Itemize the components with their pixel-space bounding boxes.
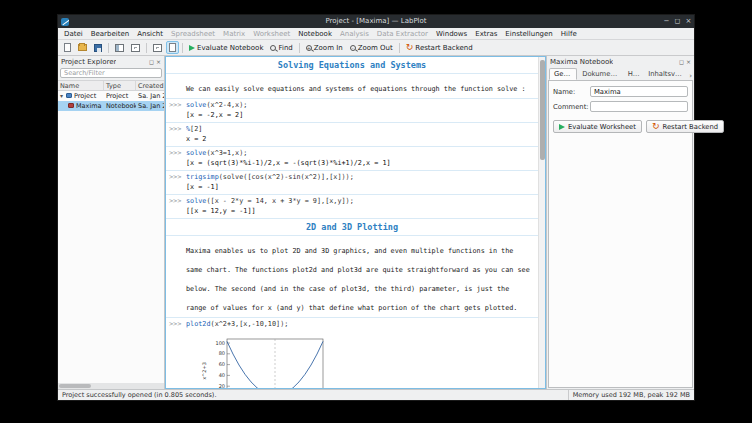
menu-spreadsheet: Spreadsheet <box>167 28 219 40</box>
cell-output: x = 2 <box>186 135 532 144</box>
worksheet-icon <box>153 44 162 52</box>
ytick: 20 <box>219 382 225 388</box>
menu-bearbeiten[interactable]: Bearbeiten <box>87 28 133 40</box>
screen: Project - [Maxima] — LabPlot − ◻ × Datei… <box>0 0 752 423</box>
maxima-notebook-icon <box>68 103 74 108</box>
notebook-cell-5[interactable]: >>> solve([x - 2*y = 14, x + 3*y = 9],[x… <box>166 195 538 219</box>
cell-prompt: >>> <box>169 101 181 109</box>
notebook-cell-2[interactable]: >>> %[2] x = 2 <box>166 123 538 147</box>
tree-item-label: Project <box>74 92 96 100</box>
vertical-scrollbar[interactable] <box>538 57 545 388</box>
tree-header[interactable]: Name Type Created <box>58 81 164 91</box>
notebook-text-block: Maxima enables us to plot 2D and 3D grap… <box>166 236 538 318</box>
code-args: (x^2+3,[x,-10,10]); <box>211 320 289 328</box>
comment-field[interactable] <box>590 101 688 112</box>
evaluate-worksheet-button[interactable]: Evaluate Worksheet <box>553 120 642 133</box>
cell-output: [x = -1] <box>186 183 532 192</box>
cell-output: [x = -2,x = 2] <box>186 111 532 120</box>
zoom-out-icon: - <box>350 45 356 51</box>
open-project-button[interactable] <box>75 41 90 54</box>
notebook-cell-3[interactable]: >>> solve(x^3=1,x); [x = (sqrt(3)*%i-1)/… <box>166 147 538 171</box>
minimize-button[interactable]: − <box>661 15 672 28</box>
menu-matrix: Matrix <box>219 28 249 40</box>
restart-backend-panel-button[interactable]: ↻ Restart Backend <box>646 120 724 133</box>
code-args: (solve([cos(x^2)-sin(x^2)],[x])); <box>219 173 354 181</box>
save-icon <box>94 44 102 52</box>
intro-colon: : <box>517 85 525 93</box>
column-name[interactable]: Name <box>58 81 104 90</box>
column-created[interactable]: Created <box>136 81 164 90</box>
tree-item-created: Sa. Jan 2 18: <box>136 91 164 101</box>
dock-close-icon[interactable]: × <box>156 58 161 66</box>
notebook-view: Solving Equations and Systems We can eas… <box>165 56 546 389</box>
code-args: ([x - 2*y = 14, x + 3*y = 9],[x,y]); <box>206 197 353 205</box>
menu-einstellungen[interactable]: Einstellungen <box>501 28 556 40</box>
properties-title: Maxima Notebook <box>550 58 613 66</box>
code-args: (x^2-4,x); <box>206 101 247 109</box>
search-input[interactable] <box>60 68 162 78</box>
tab-inhaltsverzeichnis[interactable]: Inhaltsverzeichnis <box>643 68 689 80</box>
window-title: Project - [Maxima] — LabPlot <box>58 15 694 28</box>
name-label: Name: <box>553 88 587 96</box>
dock-close-icon[interactable]: × <box>686 58 691 66</box>
close-button[interactable]: × <box>683 15 694 28</box>
tab-hilfe[interactable]: Hilfe <box>623 68 643 80</box>
play-icon <box>559 124 565 130</box>
save-project-button[interactable] <box>91 41 105 54</box>
menu-datei[interactable]: Datei <box>60 28 87 40</box>
titlebar[interactable]: Project - [Maxima] — LabPlot − ◻ × <box>58 15 694 28</box>
evaluate-notebook-button[interactable]: Evaluate Notebook <box>186 41 266 54</box>
name-field[interactable] <box>590 86 688 97</box>
new-worksheet-button[interactable] <box>150 41 165 54</box>
tab-general[interactable]: General <box>549 68 577 80</box>
menu-hilfe[interactable]: Hilfe <box>557 28 581 40</box>
intro-text: We can easily solve equations and system… <box>186 85 497 93</box>
new-document-icon <box>64 43 71 52</box>
project-explorer-title: Project Explorer <box>61 58 116 66</box>
maximize-button[interactable]: ◻ <box>672 15 683 28</box>
cell-prompt: >>> <box>169 197 181 205</box>
scrollbar-thumb[interactable] <box>540 60 545 160</box>
notebook-text-block: We can easily solve equations and system… <box>166 74 538 99</box>
tree-row-project[interactable]: ▾Project Project Sa. Jan 2 18: <box>58 91 164 101</box>
notebook-heading-1: Solving Equations and Systems <box>166 57 538 74</box>
restart-backend-button[interactable]: ↻ Restart Backend <box>403 41 476 54</box>
zoom-in-button[interactable]: + Zoom In <box>303 41 346 54</box>
code-function: solve <box>186 197 206 205</box>
column-type[interactable]: Type <box>104 81 136 90</box>
zoom-in-icon: + <box>306 45 312 51</box>
cell-prompt: >>> <box>169 173 181 181</box>
menu-ansicht[interactable]: Ansicht <box>133 28 167 40</box>
notebook-content[interactable]: Solving Equations and Systems We can eas… <box>166 57 538 388</box>
dock-float-icon[interactable]: ◻ <box>149 58 154 66</box>
notebook-cell-4[interactable]: >>> trigsimp(solve([cos(x^2)-sin(x^2)],[… <box>166 171 538 195</box>
notebook-cell-1[interactable]: >>> solve(x^2-4,x); [x = -2,x = 2] <box>166 99 538 123</box>
dock-float-icon[interactable]: ◻ <box>679 58 684 66</box>
tab-overflow-icon[interactable]: › <box>689 72 692 80</box>
menu-windows[interactable]: Windows <box>432 28 471 40</box>
scrollbar-thumb[interactable] <box>59 384 91 388</box>
memory-usage: Memory used 192 MB, peak 192 MB <box>568 390 694 400</box>
ytick: 40 <box>219 371 225 377</box>
horizontal-scrollbar[interactable] <box>58 383 164 389</box>
toggle-project-explorer-button[interactable] <box>112 41 127 54</box>
notebook-view-button[interactable] <box>166 41 179 54</box>
code-function: solve <box>186 149 206 157</box>
tab-dokumentation[interactable]: Dokumentation <box>577 68 623 80</box>
tree-item-created: Sa. Jan 2 1 <box>136 101 164 111</box>
toggle-properties-button[interactable] <box>128 41 143 54</box>
notebook-cell-plot1[interactable]: >>> plot2d(x^2+3,[x,-10,10]); <box>166 318 538 388</box>
tree-row-maxima[interactable]: Maxima Notebook Sa. Jan 2 1 <box>58 101 164 111</box>
properties-tabs: General Dokumentation Hilfe Inhaltsverze… <box>547 67 694 80</box>
menu-notebook[interactable]: Notebook <box>294 28 336 40</box>
find-button[interactable]: Find <box>267 41 295 54</box>
main-area: Project Explorer ◻ × Name Type Created ▾… <box>58 56 694 389</box>
menu-extras[interactable]: Extras <box>471 28 501 40</box>
zoom-out-label: Zoom Out <box>358 44 393 52</box>
new-project-button[interactable] <box>61 41 74 54</box>
toolbar-separator <box>299 43 300 53</box>
zoom-out-button[interactable]: - Zoom Out <box>347 41 396 54</box>
menubar: Datei Bearbeiten Ansicht Spreadsheet Mat… <box>58 28 694 40</box>
zoom-in-label: Zoom In <box>314 44 343 52</box>
open-folder-icon <box>78 44 87 51</box>
